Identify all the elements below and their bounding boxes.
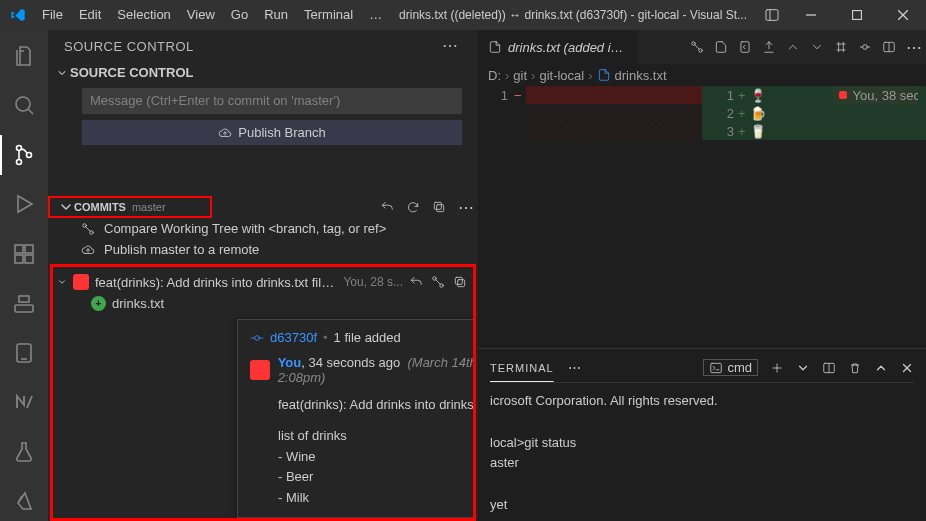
svg-rect-3 [853, 11, 862, 20]
svg-rect-33 [741, 42, 749, 53]
prev-change-icon[interactable] [786, 40, 800, 54]
go-to-file-icon[interactable] [738, 40, 752, 54]
commit-subject: feat(drinks): Add drinks into drinks.txt… [278, 395, 476, 416]
file-icon [597, 68, 611, 82]
commit-entry[interactable]: feat(drinks): Add drinks into drinks.txt… [57, 271, 469, 293]
commit-hover-card: d63730f • 1 file added You, 34 seconds a… [237, 319, 476, 518]
svg-rect-17 [19, 296, 29, 302]
split-terminal-icon[interactable] [822, 361, 836, 375]
menu-overflow[interactable]: … [361, 0, 390, 30]
author-label: You [278, 355, 302, 370]
minimap[interactable] [918, 86, 926, 140]
breadcrumbs[interactable]: D:› git› git-local› drinks.txt [478, 64, 926, 86]
trash-icon[interactable] [848, 361, 862, 375]
terminal-icon [709, 361, 723, 375]
svg-point-9 [17, 159, 22, 164]
svg-rect-12 [15, 245, 23, 253]
file-icon [488, 40, 502, 54]
svg-rect-37 [711, 363, 722, 372]
commit-details-highlight: feat(drinks): Add drinks into drinks.txt… [50, 264, 476, 521]
commit-sha[interactable]: d63730f [270, 330, 317, 345]
azure-icon[interactable] [0, 482, 48, 522]
more-icon[interactable]: ⋯ [458, 198, 474, 217]
publish-remote-action[interactable]: Publish master to a remote [48, 239, 478, 260]
svg-point-8 [17, 145, 22, 150]
copy-icon[interactable] [453, 275, 467, 289]
copy-icon[interactable] [432, 200, 446, 214]
svg-rect-13 [15, 255, 23, 263]
chevron-down-icon [56, 65, 68, 81]
menu-view[interactable]: View [179, 0, 223, 30]
menu-go[interactable]: Go [223, 0, 256, 30]
commit-file-entry[interactable]: + drinks.txt [57, 293, 469, 313]
svg-point-10 [27, 152, 32, 157]
tablet-icon[interactable] [0, 333, 48, 373]
undo-icon[interactable] [409, 275, 423, 289]
explorer-icon[interactable] [0, 36, 48, 76]
compare-icon[interactable] [431, 275, 445, 289]
layout-control-icon[interactable] [756, 7, 788, 23]
commits-section: COMMITS master ⋯ Compare Working Tree wi… [48, 196, 478, 521]
close-icon[interactable] [900, 361, 914, 375]
source-control-sidebar: Source Control ⋯ SOURCE CONTROL Publish … [48, 30, 478, 521]
commit-message-input[interactable] [82, 88, 462, 114]
source-control-icon[interactable] [0, 135, 48, 175]
nx-icon[interactable] [0, 383, 48, 423]
compare-icon [81, 222, 95, 236]
menu-file[interactable]: File [34, 0, 71, 30]
menu-selection[interactable]: Selection [109, 0, 178, 30]
compare-icon[interactable] [690, 40, 704, 54]
open-file-icon[interactable] [714, 40, 728, 54]
commit-body-line: - Wine [278, 447, 476, 468]
menu-bar: File Edit Selection View Go Run Terminal… [34, 0, 390, 30]
debug-icon[interactable] [0, 185, 48, 225]
terminal-profile[interactable]: cmd [703, 359, 758, 376]
split-editor-icon[interactable] [882, 40, 896, 54]
scm-section-header[interactable]: SOURCE CONTROL [48, 62, 478, 84]
commits-header[interactable]: COMMITS master [48, 196, 212, 218]
undo-icon[interactable] [380, 200, 394, 214]
refresh-icon[interactable] [406, 200, 420, 214]
compare-tree-action[interactable]: Compare Working Tree with <branch, tag, … [48, 218, 478, 239]
whitespace-icon[interactable] [834, 40, 848, 54]
editor-tab[interactable]: drinks.txt (added in d637 [478, 30, 638, 64]
new-terminal-icon[interactable] [770, 361, 784, 375]
chevron-down-icon [57, 274, 67, 290]
svg-point-6 [16, 97, 30, 111]
terminal-body[interactable]: icrosoft Corporation. All rights reserve… [490, 383, 914, 521]
svg-rect-20 [437, 205, 444, 212]
menu-edit[interactable]: Edit [71, 0, 109, 30]
menu-terminal[interactable]: Terminal [296, 0, 361, 30]
panel-more-icon[interactable]: ⋯ [554, 360, 595, 375]
cloud-upload-icon [81, 243, 95, 257]
panel-more-icon[interactable]: ⋯ [442, 38, 459, 54]
chevron-up-icon[interactable] [874, 361, 888, 375]
close-button[interactable] [880, 0, 926, 30]
commit-body-line: - Beer [278, 467, 476, 488]
upload-icon[interactable] [762, 40, 776, 54]
extensions-icon[interactable] [0, 234, 48, 274]
blame-annotation[interactable]: You, 38 sec [833, 86, 926, 104]
titlebar: File Edit Selection View Go Run Terminal… [0, 0, 926, 30]
search-icon[interactable] [0, 86, 48, 126]
activity-bar [0, 30, 48, 521]
svg-rect-27 [455, 277, 462, 284]
commit-icon [250, 331, 264, 345]
svg-rect-14 [25, 255, 33, 263]
diff-editor[interactable]: 1 − 1+🍷 You, 38 sec 2+🍺 3+🥛 [478, 86, 926, 140]
beaker-icon[interactable] [0, 432, 48, 472]
collapse-icon[interactable] [858, 40, 872, 54]
publish-branch-button[interactable]: Publish Branch [82, 120, 462, 146]
remote-icon[interactable] [0, 284, 48, 324]
menu-run[interactable]: Run [256, 0, 296, 30]
svg-rect-0 [766, 10, 778, 21]
chevron-down-icon[interactable] [796, 361, 810, 375]
panel-title: Source Control [64, 39, 442, 54]
next-change-icon[interactable] [810, 40, 824, 54]
maximize-button[interactable] [834, 0, 880, 30]
more-icon[interactable]: ⋯ [906, 38, 922, 57]
commits-toolbar: ⋯ [380, 198, 478, 217]
terminal-tab[interactable]: TERMINAL [490, 362, 554, 374]
minimize-button[interactable] [788, 0, 834, 30]
svg-rect-26 [458, 280, 465, 287]
